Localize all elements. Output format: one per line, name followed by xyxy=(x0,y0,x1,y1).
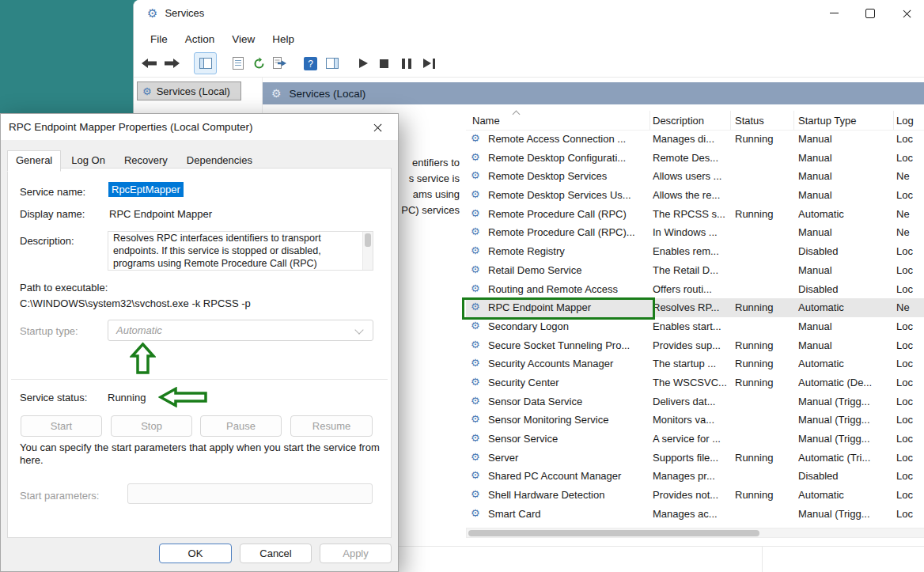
dialog-close-button[interactable] xyxy=(362,114,393,140)
screen: Services FileActionViewHelp xyxy=(0,0,924,572)
service-description-cell: Enables start... xyxy=(653,320,730,332)
properties-button[interactable] xyxy=(233,57,244,70)
column-header-description[interactable]: Description xyxy=(653,115,704,127)
dialog-tab[interactable]: Dependencies xyxy=(178,150,261,171)
tree-item-services-local[interactable]: Services (Local) xyxy=(137,81,241,100)
back-button[interactable] xyxy=(142,57,157,70)
service-row[interactable]: Remote Desktop Configurati... Remote Des… xyxy=(466,149,924,168)
column-header-name[interactable]: Name xyxy=(472,115,500,127)
show-action-pane-button[interactable] xyxy=(326,58,339,69)
pause-service-button[interactable] xyxy=(402,59,411,69)
help-button[interactable]: ? xyxy=(304,57,317,70)
dialog-title-bar: RPC Endpoint Mapper Properties (Local Co… xyxy=(1,114,398,140)
cancel-button[interactable]: Cancel xyxy=(240,544,312,563)
description-scrollbar-thumb[interactable] xyxy=(365,233,371,247)
start-parameters-input[interactable] xyxy=(127,483,373,504)
start-button[interactable]: Start xyxy=(21,415,102,437)
service-row[interactable]: Remote Desktop Services Us... Allows the… xyxy=(466,186,924,205)
service-row[interactable]: Sensor Data Service Delivers dat... Manu… xyxy=(466,392,924,411)
menu-item[interactable]: View xyxy=(223,31,263,47)
close-button[interactable] xyxy=(888,0,924,26)
service-name-cell: Security Accounts Manager xyxy=(488,358,646,369)
service-row[interactable]: Shared PC Account Manager Manages pr... … xyxy=(466,467,924,486)
service-row[interactable]: Retail Demo Service The Retail D... Manu… xyxy=(466,261,924,280)
column-header-status[interactable]: Status xyxy=(735,115,764,127)
list-header: Name Description Status Startup Type Log xyxy=(466,111,924,131)
action-pane-icon xyxy=(326,58,339,69)
column-header-log-on-as[interactable]: Log xyxy=(896,115,914,127)
pane-header: Services (Local) xyxy=(263,82,924,104)
ok-button[interactable]: OK xyxy=(159,544,232,563)
service-row[interactable]: Security Accounts Manager The startup ..… xyxy=(466,354,924,373)
menu-item[interactable]: Help xyxy=(263,31,303,47)
start-service-button[interactable] xyxy=(359,59,368,68)
startup-type-label: Startup type: xyxy=(20,325,78,337)
description-box[interactable]: Resolves RPC interfaces identifiers to t… xyxy=(108,231,373,271)
stop-service-button[interactable] xyxy=(380,59,388,68)
description-lines: Resolves RPC interfaces identifiers to t… xyxy=(108,232,373,270)
menu-item[interactable]: File xyxy=(142,31,176,47)
menu-item[interactable]: Action xyxy=(176,31,224,47)
service-gear-icon xyxy=(471,225,480,237)
dialog-tabs: GeneralLog OnRecoveryDependencies xyxy=(7,150,263,171)
service-status-cell: Running xyxy=(735,452,793,464)
minimize-button[interactable] xyxy=(816,0,852,26)
startup-type-dropdown[interactable]: Automatic xyxy=(108,320,373,341)
service-row[interactable]: Remote Procedure Call (RPC) The RPCSS s.… xyxy=(466,205,924,224)
horizontal-scrollbar-thumb[interactable] xyxy=(468,530,759,536)
close-icon xyxy=(902,9,911,18)
dialog-tab[interactable]: Log On xyxy=(62,150,114,171)
service-status-cell: Running xyxy=(735,301,793,313)
apply-button[interactable]: Apply xyxy=(320,544,392,563)
description-scrollbar[interactable] xyxy=(362,232,373,270)
refresh-button[interactable] xyxy=(252,57,266,70)
service-status-cell: Running xyxy=(735,358,793,369)
horizontal-scrollbar[interactable] xyxy=(466,528,924,538)
stop-service-icon xyxy=(380,59,388,68)
service-row[interactable]: Secure Socket Tunneling Pro... Provides … xyxy=(466,336,924,355)
service-description-cell: Manages pr... xyxy=(653,470,730,482)
maximize-button[interactable] xyxy=(852,0,888,26)
forward-button[interactable] xyxy=(164,57,180,70)
service-description-cell: Remote Des... xyxy=(653,152,730,164)
service-row[interactable]: Routing and Remote Access Offers routi..… xyxy=(466,280,924,299)
service-startup-cell: Automatic (Tri... xyxy=(798,452,892,464)
description-line: endpoints. If this service is stopped or… xyxy=(108,244,373,257)
service-name-cell: Remote Desktop Services xyxy=(488,170,646,182)
service-row[interactable]: Secondary Logon Enables start... Manual … xyxy=(466,317,924,336)
restart-service-button[interactable] xyxy=(423,59,435,69)
svg-text:?: ? xyxy=(308,59,313,70)
service-name-cell: Sensor Data Service xyxy=(488,396,646,407)
dialog-tab[interactable]: General xyxy=(7,150,61,172)
column-header-startup-type[interactable]: Startup Type xyxy=(798,115,856,127)
general-tab-page: Service name: RpcEptMapper Display name:… xyxy=(7,168,392,538)
service-row[interactable]: Remote Desktop Services Allows users ...… xyxy=(466,167,924,186)
service-startup-cell: Automatic xyxy=(798,301,892,313)
service-row[interactable]: Remote Registry Enables rem... Disabled … xyxy=(466,242,924,261)
service-logon-cell: Loc xyxy=(896,377,923,388)
export-list-button[interactable] xyxy=(273,57,287,70)
show-console-tree-button[interactable] xyxy=(194,52,217,74)
service-row[interactable]: Remote Procedure Call (RPC)... In Window… xyxy=(466,223,924,242)
resume-button[interactable]: Resume xyxy=(290,415,373,437)
dialog-close-icon xyxy=(373,123,382,132)
service-startup-cell: Manual xyxy=(798,170,892,182)
service-row[interactable]: Sensor Monitoring Service Monitors va...… xyxy=(466,411,924,430)
service-row[interactable]: Security Center The WSCSVC... Running Au… xyxy=(466,373,924,392)
path-value: C:\WINDOWS\system32\svchost.exe -k RPCSS… xyxy=(20,297,251,309)
stop-button[interactable]: Stop xyxy=(111,415,192,437)
service-row[interactable]: Remote Access Connection ... Manages di.… xyxy=(466,130,924,149)
service-row[interactable]: Smart Card Manages ac... Manual (Trigg..… xyxy=(466,505,924,524)
service-row[interactable]: Shell Hardware Detection Provides not...… xyxy=(466,486,924,505)
dialog-tab[interactable]: Recovery xyxy=(116,150,176,171)
footer-tab-divider xyxy=(762,546,763,572)
service-logon-cell: Ne xyxy=(896,208,923,220)
service-startup-cell: Automatic xyxy=(798,489,892,501)
service-status-cell: Running xyxy=(735,377,793,388)
export-list-icon xyxy=(273,57,287,70)
service-row[interactable]: Server Supports file... Running Automati… xyxy=(466,449,924,468)
service-startup-cell: Manual xyxy=(798,189,892,201)
service-logon-cell: Loc xyxy=(896,452,923,464)
pause-button[interactable]: Pause xyxy=(200,415,282,437)
service-row[interactable]: Sensor Service A service for ... Manual … xyxy=(466,430,924,449)
